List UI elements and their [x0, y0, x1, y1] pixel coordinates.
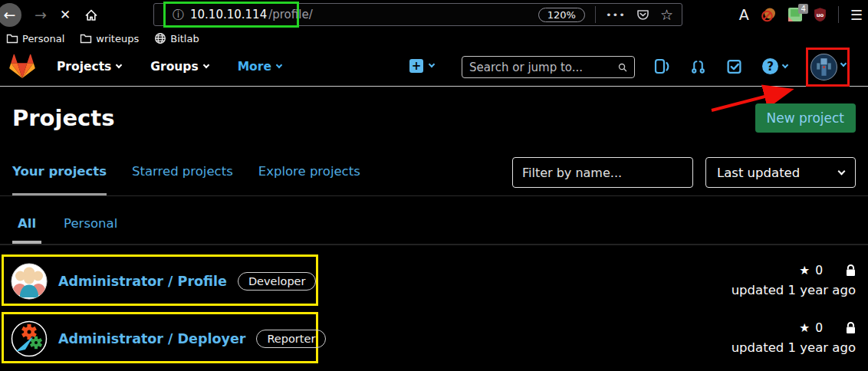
home-icon	[84, 8, 99, 22]
projects-list: Administrator / Profile Developer ★ 0 up…	[0, 245, 868, 367]
new-project-button[interactable]: New project	[755, 103, 856, 133]
sort-dropdown[interactable]: Last updated	[705, 157, 856, 188]
tab-starred-projects[interactable]: Starred projects	[132, 149, 233, 195]
ublock-label: uo	[817, 12, 824, 18]
issues-icon[interactable]	[653, 58, 670, 74]
forward-button[interactable]: →	[35, 6, 47, 23]
url-path: /profile/	[268, 8, 313, 21]
bookmark-star-icon[interactable]: ☆	[660, 8, 673, 22]
url-highlight-box: ⓘ 10.10.10.114 /profile/	[163, 2, 299, 28]
url-host: 10.10.10.114	[190, 8, 267, 21]
menu-hamburger-icon[interactable]: ☰	[850, 7, 863, 23]
extension-blocked-icon[interactable]	[761, 7, 777, 22]
extension-a-icon[interactable]: A	[739, 6, 749, 23]
search-input[interactable]	[469, 61, 618, 74]
site-info-icon[interactable]: ⓘ	[173, 8, 184, 22]
star-count-value: 0	[815, 264, 823, 277]
star-count-value: 0	[815, 321, 823, 335]
chevron-down-icon	[116, 62, 122, 68]
chevron-down-icon	[429, 61, 435, 67]
pocket-icon[interactable]	[636, 8, 650, 22]
bookmark-label: writeups	[96, 33, 139, 44]
star-count: ★ 0	[799, 321, 823, 335]
project-row-profile[interactable]: Administrator / Profile Developer ★ 0 up…	[0, 254, 868, 310]
bookmark-folder-writeups[interactable]: writeups	[80, 33, 139, 44]
bookmarks-bar: Personal writeups Bitlab	[0, 29, 868, 48]
bookmark-folder-personal[interactable]: Personal	[6, 33, 64, 44]
chevron-down-icon	[838, 167, 846, 175]
nav-more-menu[interactable]: More	[238, 60, 281, 74]
toolbar-separator	[838, 6, 839, 23]
main-content: Projects New project Your projects Starr…	[0, 87, 868, 369]
chevron-down-icon	[276, 62, 282, 68]
gitlab-navbar: Projects Groups More + ?	[0, 48, 868, 87]
gitlab-logo[interactable]	[9, 54, 35, 82]
extension-badge: 4	[798, 4, 807, 14]
private-lock-icon	[846, 264, 856, 277]
project-name-link[interactable]: Administrator / Deployer	[58, 331, 245, 346]
stop-icon: ✕	[60, 7, 71, 22]
toolbar-separator	[595, 6, 596, 23]
sort-selected-value: Last updated	[717, 166, 800, 180]
zoom-level-badge[interactable]: 120%	[538, 8, 585, 22]
filter-by-name-input[interactable]	[512, 157, 693, 188]
back-button[interactable]: ←	[0, 3, 21, 27]
home-button[interactable]	[84, 8, 99, 22]
star-icon: ★	[799, 321, 810, 335]
subtab-personal[interactable]: Personal	[58, 216, 123, 244]
back-icon: ←	[4, 6, 16, 23]
nav-groups-menu[interactable]: Groups	[150, 60, 208, 74]
global-search-box[interactable]	[462, 56, 635, 78]
chevron-down-icon	[202, 62, 209, 68]
help-icon: ?	[762, 58, 778, 74]
scope-tab-bar: All Personal	[0, 196, 868, 245]
folder-icon	[6, 33, 18, 44]
folder-icon	[80, 33, 92, 44]
plus-icon: +	[409, 59, 423, 73]
help-menu[interactable]: ?	[762, 58, 787, 74]
ublock-icon[interactable]: uo	[814, 8, 827, 21]
stop-button[interactable]: ✕	[60, 7, 71, 22]
star-icon: ★	[799, 264, 810, 277]
tab-your-projects[interactable]: Your projects	[12, 149, 107, 195]
nav-menu-label: Projects	[57, 60, 111, 74]
avatar-highlight-box	[806, 48, 850, 87]
project-avatar-deployer	[11, 320, 48, 357]
last-updated-text: updated 1 year ago	[732, 340, 856, 355]
bookmark-label: Personal	[22, 33, 64, 44]
bookmark-bitlab[interactable]: Bitlab	[154, 32, 199, 44]
extension-container-icon[interactable]: 4	[788, 8, 802, 21]
bookmark-label: Bitlab	[170, 33, 199, 44]
role-badge: Developer	[238, 272, 317, 291]
project-avatar-profile	[11, 263, 48, 300]
gitlab-tanuki-icon	[9, 54, 35, 79]
forward-icon: →	[35, 6, 47, 23]
url-bar[interactable]: ⓘ 10.10.10.114 /profile/ 120% ••• ☆	[153, 3, 682, 26]
star-count: ★ 0	[799, 264, 823, 277]
search-icon	[618, 61, 627, 74]
todos-icon[interactable]	[726, 58, 742, 74]
globe-icon	[154, 32, 166, 44]
tab-explore-projects[interactable]: Explore projects	[258, 149, 360, 195]
browser-toolbar: ← → ✕ ⓘ 10.10.10.114 /profile/ 120% ••• …	[0, 0, 868, 29]
new-dropdown-button[interactable]: +	[409, 59, 434, 73]
page-actions-button[interactable]: •••	[606, 9, 626, 21]
nav-menu-label: More	[238, 60, 271, 74]
last-updated-text: updated 1 year ago	[732, 283, 856, 297]
merge-requests-icon[interactable]	[690, 58, 706, 74]
nav-projects-menu[interactable]: Projects	[57, 60, 121, 74]
chevron-down-icon	[782, 61, 788, 67]
project-name-link[interactable]: Administrator / Profile	[58, 274, 227, 289]
subtab-all[interactable]: All	[12, 216, 41, 244]
project-row-deployer[interactable]: Administrator / Deployer Reporter ★ 0 up…	[0, 311, 868, 367]
role-badge: Reporter	[256, 330, 326, 348]
page-title: Projects	[12, 105, 114, 131]
private-lock-icon	[846, 322, 856, 334]
projects-tab-bar: Your projects Starred projects Explore p…	[0, 149, 868, 196]
nav-menu-label: Groups	[150, 60, 198, 74]
